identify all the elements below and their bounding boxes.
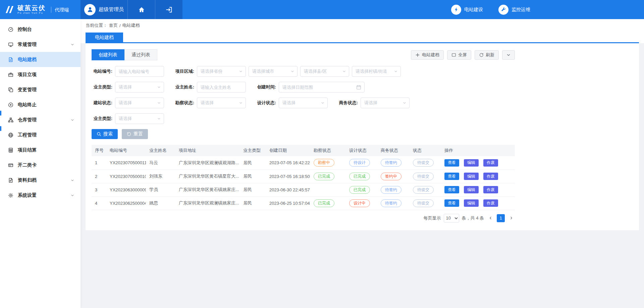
city-select[interactable]: 请选择城市 <box>249 66 298 77</box>
column-header: 商务状态 <box>377 145 410 156</box>
refresh-icon <box>479 53 484 57</box>
void-button[interactable]: 作废 <box>483 159 498 167</box>
date-range-input[interactable] <box>282 85 356 90</box>
column-header: 项目地址 <box>175 145 240 156</box>
design-status-select[interactable]: 请选择 <box>279 98 328 108</box>
sidebar-item-label: 电站建档 <box>18 57 74 63</box>
business-status-select[interactable]: 请选择 <box>361 98 410 108</box>
view-button[interactable]: 查看 <box>444 186 459 193</box>
sidebar-item-warehouse-management[interactable]: 仓库管理 <box>0 112 80 127</box>
column-header: 勘察状态 <box>310 145 346 156</box>
void-button[interactable]: 作废 <box>483 186 498 193</box>
edit-button[interactable]: 编辑 <box>464 199 479 207</box>
void-button[interactable]: 作废 <box>483 173 498 180</box>
user-menu[interactable]: 超级管理员 <box>80 0 127 19</box>
status-cell: 待提交 <box>410 196 441 210</box>
table-row: 3YX2023063000009学员广东深圳龙华区黄石镇姚家庄...居民2023… <box>92 183 515 196</box>
logo-icon <box>4 5 15 14</box>
owner-name-input[interactable] <box>197 82 246 93</box>
sidebar-item-system-settings[interactable]: 系统设置 <box>0 188 80 203</box>
edit-button[interactable]: 编辑 <box>464 173 479 180</box>
view-button[interactable]: 查看 <box>444 159 459 167</box>
status-badge: 待签约 <box>381 186 401 194</box>
filter-build-status: 建站状态: 请选择 <box>92 98 164 108</box>
sidebar-item-type2-card[interactable]: 开二类卡 <box>0 158 80 173</box>
sidebar-item-label: 常规管理 <box>18 42 66 48</box>
sidebar-item-change-management[interactable]: 变更管理 <box>0 82 80 97</box>
logout-button[interactable] <box>155 0 182 19</box>
next-page-button[interactable] <box>507 214 515 222</box>
nav-station-build[interactable]: 电站建设 <box>451 5 483 15</box>
sidebar-item-station-filing[interactable]: 电站建档 <box>0 52 80 67</box>
status-badge: 已完成 <box>314 173 334 180</box>
sidebar-item-station-termination[interactable]: 电站终止 <box>0 97 80 112</box>
reset-button[interactable]: 重置 <box>122 129 148 139</box>
header-nav: 电站建设 监控运维 <box>451 0 530 19</box>
tab-create-list[interactable]: 创建列表 <box>92 49 124 60</box>
breadcrumb-home[interactable]: 首页 <box>109 22 118 28</box>
sidebar-item-engineering-management[interactable]: 工程管理 <box>0 127 80 142</box>
reset-label: 重置 <box>133 131 143 137</box>
list-tabs: 创建列表 通过列表 <box>92 49 157 60</box>
create-date: 2023-06-30 22:45:57 <box>266 183 310 196</box>
owner-type-2-select[interactable]: 请选择 <box>115 113 164 124</box>
county-select[interactable]: 请选择县/区 <box>300 66 349 77</box>
select-placeholder: 请选择 <box>282 100 296 106</box>
fullscreen-icon <box>451 53 456 57</box>
status-cell: 待提交 <box>410 170 441 183</box>
owner-type-select[interactable]: 请选择 <box>115 82 164 93</box>
row-no: 1 <box>92 156 106 170</box>
village-select[interactable]: 请选择村镇/街道 <box>352 66 401 77</box>
tab-passed-list[interactable]: 通过列表 <box>124 49 157 60</box>
build-status-select[interactable]: 请选择 <box>115 98 164 108</box>
design-status-cell: 已完成 <box>346 170 377 183</box>
fullscreen-button[interactable]: 全屏 <box>447 50 471 60</box>
project-address: 广东深圳龙华区观澜镇观湖路... <box>175 156 240 170</box>
view-button[interactable]: 查看 <box>444 173 459 180</box>
chevron-down-icon <box>70 193 74 197</box>
nav-monitor-ops[interactable]: 监控运维 <box>498 5 530 15</box>
sitemap-icon <box>8 117 13 123</box>
column-header: 业主类型 <box>240 145 266 156</box>
select-placeholder: 请选择县/区 <box>304 68 327 74</box>
design-status-cell: 已完成 <box>346 183 377 196</box>
void-button[interactable]: 作废 <box>483 199 498 207</box>
reset-icon <box>127 132 131 136</box>
create-date: 2023-07-05 16:18:50 <box>266 170 310 183</box>
search-button[interactable]: 搜索 <box>92 129 118 139</box>
station-code-input[interactable] <box>115 66 164 77</box>
filter-owner-type-2: 业主类型: 请选择 <box>92 113 164 124</box>
sidebar-item-project-settlement[interactable]: 项目结算 <box>0 142 80 158</box>
dashboard-icon <box>8 27 13 32</box>
select-placeholder: 请选择城市 <box>252 68 274 74</box>
column-header: 设计状态 <box>346 145 377 156</box>
status-badge: 待提交 <box>413 173 434 180</box>
collapse-button[interactable] <box>502 50 515 60</box>
page-tab[interactable]: 电站建档 <box>86 33 123 42</box>
view-button[interactable]: 查看 <box>444 199 459 207</box>
home-button[interactable] <box>127 0 155 19</box>
page-number-button[interactable]: 1 <box>497 214 505 222</box>
refresh-button[interactable]: 刷新 <box>475 50 499 60</box>
app-title: 破茧云伏 <box>17 5 46 12</box>
copy-icon <box>8 87 13 93</box>
page-size-select[interactable]: 10 <box>444 214 459 223</box>
edit-button[interactable]: 编辑 <box>464 159 479 167</box>
sidebar-item-data-archive[interactable]: 资料归档 <box>0 173 80 188</box>
chevron-down-icon <box>70 43 74 47</box>
sidebar-item-project-initiation[interactable]: 项目立项 <box>0 67 80 82</box>
project-address: 广东深圳龙华区黄石镇姚家庄... <box>175 183 240 196</box>
sidebar-item-general-management[interactable]: 常规管理 <box>0 37 80 52</box>
province-select[interactable]: 请选择省份 <box>197 66 246 77</box>
create-station-button[interactable]: 电站建档 <box>411 50 444 60</box>
breadcrumb-current: 电站建档 <box>122 22 140 28</box>
prev-page-button[interactable] <box>487 214 494 222</box>
date-range-picker[interactable] <box>279 82 365 93</box>
calendar-icon <box>356 85 361 90</box>
filter-business-status: 商务状态: 请选择 <box>337 98 410 108</box>
row-no: 2 <box>92 170 106 183</box>
filter-label: 勘察状态: <box>173 100 197 106</box>
sidebar-item-console[interactable]: 控制台 <box>0 22 80 37</box>
edit-button[interactable]: 编辑 <box>464 186 479 193</box>
survey-status-select[interactable]: 请选择 <box>197 98 246 108</box>
